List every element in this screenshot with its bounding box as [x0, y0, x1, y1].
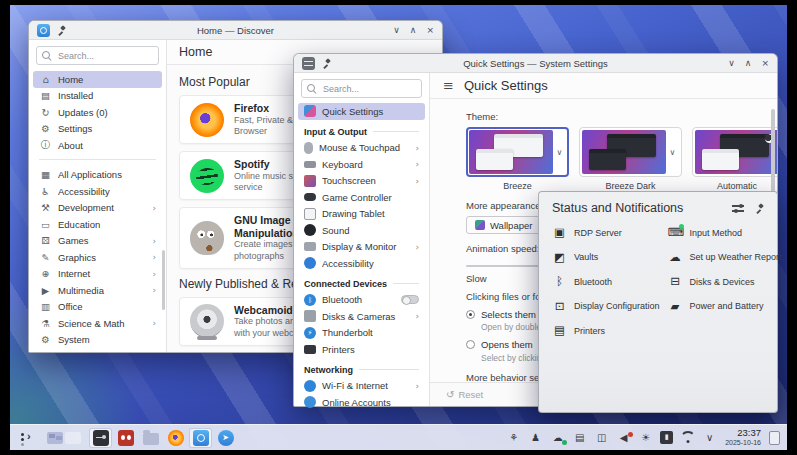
close-button[interactable]: ×: [761, 59, 769, 68]
cloud-sync-tray-icon[interactable]: ☁: [550, 430, 565, 445]
configure-icon[interactable]: [732, 203, 744, 214]
show-desktop-button[interactable]: [769, 431, 780, 445]
sidebar-item-label: Keyboard: [322, 159, 363, 170]
clipboard-tray-icon[interactable]: ▤: [572, 430, 587, 445]
chevron-down-icon[interactable]: ∨: [553, 148, 566, 157]
sidebar-item-sound[interactable]: Sound ›: [298, 222, 425, 239]
sidebar-item-accessibility[interactable]: Accessibility ›: [298, 255, 425, 272]
status-item-printers[interactable]: ▤ Printers: [552, 325, 660, 337]
theme-option[interactable]: ∨ Automatic: [692, 127, 777, 191]
search-input[interactable]: [56, 50, 153, 62]
wifi-tray-icon[interactable]: [680, 430, 695, 445]
virtual-desktop-2[interactable]: [65, 432, 81, 444]
reset-button[interactable]: ↺ Reset: [446, 389, 483, 400]
status-item-input-method[interactable]: ⌨ Input Method: [668, 227, 787, 239]
sidebar-item-touchscreen[interactable]: Touchscreen ›: [298, 173, 425, 190]
sidebar-item-mouse-touchpad[interactable]: Mouse & Touchpad ›: [298, 140, 425, 157]
sidebar-item-settings[interactable]: ⚙ Settings ›: [33, 121, 162, 138]
display-icon: [304, 242, 316, 251]
category-graphics[interactable]: ✎ Graphics ›: [33, 249, 162, 266]
sidebar-item-quick-settings[interactable]: Quick Settings ›: [298, 103, 425, 120]
virtual-desktop-pager[interactable]: [47, 432, 81, 444]
category-multimedia[interactable]: ▶ Multimedia ›: [33, 282, 162, 299]
undo-icon: ↺: [446, 389, 454, 400]
pin-icon[interactable]: [56, 25, 66, 35]
volume-tray-icon[interactable]: ◀: [616, 430, 631, 445]
sidebar-item-home[interactable]: ⌂ Home ›: [33, 71, 162, 88]
category-games[interactable]: ⚄ Games ›: [33, 233, 162, 250]
night-light-tray-icon[interactable]: ☀: [638, 430, 653, 445]
status-item-disks-devices[interactable]: ⊟ Disks & Devices: [668, 276, 787, 288]
chevron-right-icon: ›: [415, 176, 419, 186]
sidebar-item-display-monitor[interactable]: Display & Monitor ›: [298, 239, 425, 256]
task-discover[interactable]: [189, 428, 212, 448]
task-red-ghost-app[interactable]: [114, 428, 137, 448]
system-settings-app-icon: [302, 57, 315, 70]
discover-search-field[interactable]: [36, 46, 159, 65]
category-office[interactable]: ▥ Office ›: [33, 299, 162, 316]
chevron-right-icon: ›: [152, 203, 156, 213]
category-all-applications[interactable]: ▦ All Applications ›: [33, 167, 162, 184]
task-system-settings[interactable]: [89, 428, 112, 448]
category-education[interactable]: ▭ Education ›: [33, 216, 162, 233]
category-accessibility[interactable]: ♿ Accessibility ›: [33, 183, 162, 200]
bluetooth-toggle[interactable]: [401, 295, 419, 304]
weather-icon: ☁: [668, 252, 683, 264]
sidebar-item-updates[interactable]: ↻ Updates (0) ›: [33, 104, 162, 121]
sidebar-item-bluetooth[interactable]: ᛒ Bluetooth ›: [298, 292, 425, 309]
category-system[interactable]: ⚙ System ›: [33, 332, 162, 349]
media-player-tray-icon[interactable]: ◫: [594, 430, 609, 445]
status-item-bluetooth[interactable]: ᛒ Bluetooth: [552, 276, 660, 288]
status-item-rdp-server[interactable]: ▣ RDP Server: [552, 227, 660, 239]
theme-option[interactable]: ∨ Breeze Dark: [579, 127, 682, 191]
task-chat-app[interactable]: ➤: [214, 428, 237, 448]
sidebar-item-about[interactable]: ⓘ About ›: [33, 137, 162, 154]
task-file-manager[interactable]: [139, 428, 162, 448]
discover-titlebar[interactable]: Home — Discover ∨ ∧ ×: [29, 21, 442, 40]
theme-name: Automatic: [692, 181, 777, 191]
pin-icon[interactable]: [321, 58, 331, 68]
category-internet[interactable]: ⊕ Internet ›: [33, 266, 162, 283]
category-science-math[interactable]: ⚗ Science & Math ›: [33, 315, 162, 332]
category-development[interactable]: ⚒ Development ›: [33, 200, 162, 217]
spotify-icon: [190, 159, 224, 193]
sidebar-item-wifi-internet[interactable]: Wi-Fi & Internet ›: [298, 378, 425, 395]
sidebar-item-thunderbolt[interactable]: ⚡ Thunderbolt ›: [298, 325, 425, 342]
minimize-button[interactable]: ∨: [728, 59, 735, 68]
updates-tray-icon[interactable]: ⚘: [506, 430, 521, 445]
sidebar-item-online-accounts[interactable]: Online Accounts ›: [298, 394, 425, 411]
digital-clock[interactable]: 23:37 2025-10-16: [725, 428, 761, 446]
chevron-down-icon[interactable]: ∨: [666, 148, 679, 157]
status-item-vaults[interactable]: ◩ Vaults: [552, 252, 660, 264]
status-item-power-battery[interactable]: ▰ Power and Battery: [668, 301, 787, 313]
sidebar-item-drawing-tablet[interactable]: Drawing Tablet ›: [298, 206, 425, 223]
settings-search-field[interactable]: [301, 79, 422, 98]
status-item-display-configuration[interactable]: ⊡ Display Configuration: [552, 301, 660, 313]
sidebar-item-game-controller[interactable]: Game Controller ›: [298, 189, 425, 206]
expand-tray-icon[interactable]: ∨: [702, 430, 717, 445]
minimize-button[interactable]: ∨: [393, 26, 400, 35]
user-tray-icon[interactable]: ♟: [528, 430, 543, 445]
sidebar-item-disks-cameras[interactable]: Disks & Cameras ›: [298, 308, 425, 325]
keyboard-indicator-tray-icon[interactable]: ▮: [660, 431, 673, 444]
hamburger-menu-icon[interactable]: ≡: [443, 78, 454, 93]
sidebar-item-keyboard[interactable]: Keyboard ›: [298, 156, 425, 173]
sidebar-scrollbar[interactable]: [162, 250, 165, 310]
status-item-weather[interactable]: ☁ Set up Weather Report…: [668, 252, 787, 264]
virtual-desktop-1[interactable]: [47, 432, 63, 444]
settings-titlebar[interactable]: Quick Settings — System Settings ∨ ∧ ×: [294, 54, 777, 73]
maximize-button[interactable]: ∧: [745, 59, 752, 68]
task-firefox[interactable]: [164, 428, 187, 448]
close-button[interactable]: ×: [426, 26, 434, 35]
app-launcher-button[interactable]: ›: [17, 428, 39, 448]
search-input[interactable]: [321, 83, 416, 95]
maximize-button[interactable]: ∧: [410, 26, 417, 35]
alert-badge: [628, 432, 633, 437]
pin-icon[interactable]: [754, 203, 764, 213]
sidebar-item-label: Wi-Fi & Internet: [322, 380, 388, 391]
status-right-column: ⌨ Input Method ☁ Set up Weather Report… …: [668, 227, 787, 312]
sidebar-item-installed[interactable]: ▤ Installed ›: [33, 88, 162, 105]
theme-option[interactable]: ∨ Breeze: [466, 127, 569, 191]
wallpaper-button[interactable]: Wallpaper: [466, 216, 541, 234]
sidebar-item-printers[interactable]: Printers ›: [298, 341, 425, 358]
